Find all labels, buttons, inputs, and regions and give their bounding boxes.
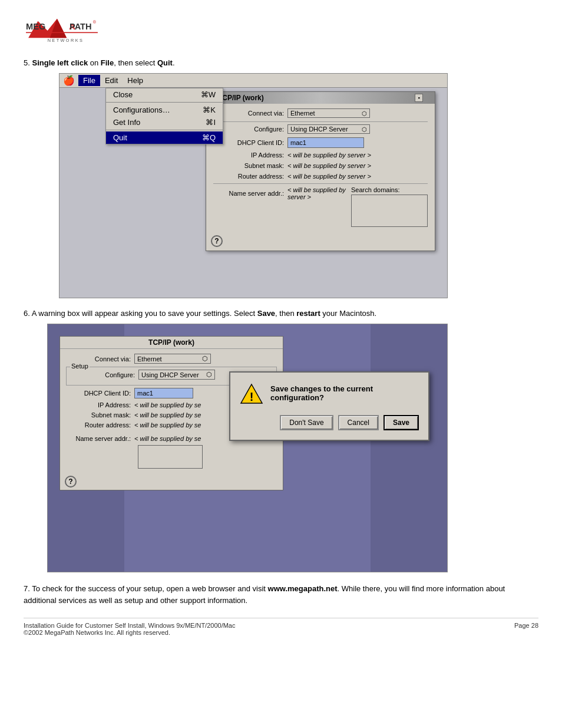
step6-instruction: 6. A warning box will appear asking you … (24, 309, 538, 318)
configure-arrow-icon: ⬡ (362, 126, 367, 133)
menu-item-close[interactable]: Close ⌘W (106, 88, 223, 101)
dont-save-button[interactable]: Don't Save (280, 415, 333, 430)
tcpip-title-text-2: TCP/IP (work) (148, 338, 194, 347)
screenshot-1: 🍎 File Edit Help Close ⌘W Configurations… (59, 73, 448, 298)
step6-restart-bold: restart (296, 309, 320, 318)
dialog-buttons: Don't Save Cancel Save (240, 415, 419, 430)
s2-search-section (134, 445, 277, 469)
tcpip-search-section: Name server addr.: < will be supplied by… (213, 186, 428, 227)
search-label: Search domains: (351, 186, 400, 193)
step6-save-bold: Save (257, 309, 275, 318)
s2-connect-arrow-icon: ⬡ (202, 355, 208, 363)
menu-quit-shortcut: ⌘Q (202, 133, 216, 142)
cancel-button[interactable]: Cancel (338, 415, 379, 430)
configure-label: Configure: (213, 126, 284, 133)
file-dropdown: Close ⌘W Configurations… ⌘K Get Info ⌘I … (105, 88, 223, 144)
tcpip-divider-1 (213, 121, 428, 122)
step7-instruction: 7. To check for the success of your setu… (24, 583, 538, 606)
tcpip-search-right: Search domains: (351, 186, 428, 227)
s2-dhcp-input[interactable]: mac1 (134, 388, 193, 398)
s2-router-value: < will be supplied by se (134, 421, 201, 429)
help-menu[interactable]: Help (123, 75, 148, 86)
menu-getinfo-label: Get Info (113, 118, 140, 127)
menu-item-quit[interactable]: Quit ⌘Q (106, 131, 223, 144)
megapath-logo: A MEG PATH ® NETWORKS (24, 12, 100, 47)
menubar: 🍎 File Edit Help (59, 74, 447, 88)
setup-box-label: Setup (70, 363, 90, 370)
tcpip-row-dhcp: DHCP Client ID: mac1 (213, 137, 428, 148)
tcpip-row-router: Router address: < will be supplied by se… (213, 173, 428, 180)
svg-rect-5 (26, 32, 98, 33)
s2-search-box[interactable] (138, 445, 203, 469)
footer-left: Installation Guide for Customer Self Ins… (24, 622, 235, 636)
s2-configure-label: Configure: (70, 371, 135, 378)
menu-quit-label: Quit (113, 133, 127, 142)
bottom-section: 7. To check for the success of your setu… (24, 583, 538, 636)
file-menu[interactable]: File (78, 75, 100, 86)
dhcp-input[interactable]: mac1 (287, 137, 364, 148)
menu-close-label: Close (113, 90, 133, 99)
configure-value: Using DHCP Server (290, 126, 348, 133)
save-dialog: ! Save changes to the current configurat… (229, 371, 429, 441)
s2-connect-select[interactable]: Ethernet ⬡ (134, 354, 211, 364)
menu-item-configurations[interactable]: Configurations… ⌘K (106, 104, 223, 116)
tcpip-row-connect: Connect via: Ethernet ⬡ (213, 108, 428, 118)
s2-footer: ? (60, 473, 283, 490)
menu-divider-1 (106, 102, 223, 103)
s2-connect-label: Connect via: (66, 355, 131, 363)
svg-text:!: ! (250, 390, 254, 403)
footer-page-number: Page 28 (514, 622, 538, 636)
footer-guide-text: Installation Guide for Customer Self Ins… (24, 622, 235, 629)
subnet-value: < will be supplied by server > (287, 162, 371, 169)
s2-nameserver-value: < will be supplied by se (134, 435, 201, 442)
s2-connect-value: Ethernet (137, 355, 162, 363)
tcpip-title-text-1: TCP/IP (work) (218, 94, 264, 102)
router-label: Router address: (213, 173, 284, 180)
connect-arrow-icon: ⬡ (362, 110, 367, 117)
tcpip-close-btn-1[interactable]: ▪ (415, 94, 423, 102)
menu-getinfo-shortcut: ⌘I (206, 118, 216, 127)
edit-menu[interactable]: Edit (100, 75, 123, 86)
tcpip-divider-2 (213, 183, 428, 184)
nameserver-value: < will be supplied by server > (287, 186, 346, 200)
s2-ip-value: < will be supplied by se (134, 401, 201, 409)
ip-value: < will be supplied by server > (287, 151, 371, 159)
apple-icon: 🍎 (63, 75, 75, 86)
help-icon-1[interactable]: ? (211, 235, 223, 247)
dialog-message: Save changes to the current configuratio… (270, 382, 419, 402)
menu-config-shortcut: ⌘K (203, 106, 216, 114)
tcpip-row-subnet: Subnet mask: < will be supplied by serve… (213, 162, 428, 169)
tcpip-row-ip: IP Address: < will be supplied by server… (213, 151, 428, 159)
configure-select[interactable]: Using DHCP Server ⬡ (287, 124, 370, 134)
help-icon-2[interactable]: ? (65, 476, 77, 487)
router-value: < will be supplied by server > (287, 173, 371, 180)
connect-select[interactable]: Ethernet ⬡ (287, 108, 370, 118)
tcpip-row-nameserver: Name server addr.: < will be supplied by… (213, 186, 346, 200)
step5-bold-file2: File (101, 58, 114, 67)
tcpip-footer-1: ? (206, 232, 435, 251)
footer-copyright: ©2002 MegaPath Networks Inc. All rights … (24, 629, 235, 636)
s2-configure-arrow-icon: ⬡ (206, 371, 212, 378)
bg-panel-right (371, 324, 447, 572)
subnet-label: Subnet mask: (213, 162, 284, 169)
step5-bold-file: Single left click (32, 58, 88, 67)
search-domains-box[interactable] (351, 195, 428, 227)
s2-configure-select[interactable]: Using DHCP Server ⬡ (138, 370, 215, 380)
menu-item-getinfo[interactable]: Get Info ⌘I (106, 116, 223, 129)
s2-configure-value: Using DHCP Server (141, 371, 199, 378)
dhcp-label: DHCP Client ID: (213, 139, 284, 146)
ip-label: IP Address: (213, 151, 284, 159)
megapath-url: www.megapath.net (268, 584, 338, 593)
tcpip-titlebar-1: TCP/IP (work) ▪ (206, 92, 435, 104)
warning-icon: ! (240, 382, 263, 406)
svg-text:MEG: MEG (26, 22, 45, 31)
menu-divider-2 (106, 130, 223, 130)
logo-area: A MEG PATH ® NETWORKS (24, 12, 538, 49)
tcpip-nameserver-left: Name server addr.: < will be supplied by… (213, 186, 346, 227)
step5-instruction: 5. Single left click on File, then selec… (24, 58, 538, 67)
s2-nameserver-label: Name server addr.: (66, 435, 131, 442)
s2-row-connect: Connect via: Ethernet ⬡ (66, 354, 277, 364)
save-button[interactable]: Save (384, 415, 419, 430)
s2-ip-label: IP Address: (66, 401, 131, 409)
screen2-inner: TCP/IP (work) Connect via: Ethernet ⬡ Se… (48, 324, 447, 572)
